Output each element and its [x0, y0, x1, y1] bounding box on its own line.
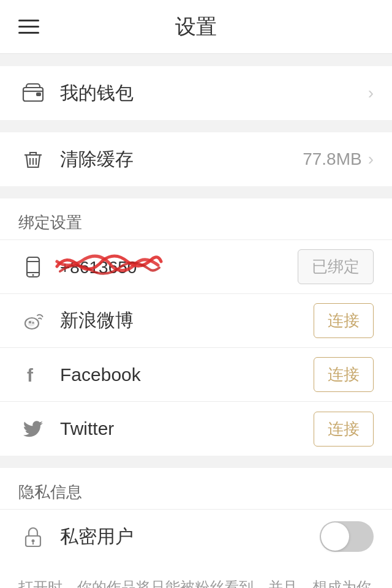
- cache-chevron: ›: [368, 149, 374, 169]
- hamburger-line-1: [18, 20, 39, 21]
- trash-icon: [18, 148, 48, 171]
- svg-point-15: [32, 540, 35, 543]
- twitter-connect-button[interactable]: 连接: [314, 412, 374, 447]
- phone-number: +8613650: [60, 257, 298, 277]
- svg-point-10: [28, 320, 35, 326]
- phone-bound-button: 已绑定: [298, 249, 374, 284]
- privacy-description: 打开时，你的作品将只能被粉丝看到。并且，想成为你的粉丝将需要你的允许。: [0, 564, 392, 588]
- svg-point-12: [32, 322, 34, 323]
- weibo-icon: [18, 309, 48, 333]
- section-divider-2: [0, 120, 392, 132]
- menu-button[interactable]: [18, 20, 39, 34]
- section-divider-4: [0, 456, 392, 468]
- page-title: 设置: [175, 13, 217, 41]
- privacy-section-label: 隐私信息: [0, 468, 392, 510]
- privacy-section: 隐私信息 私密用户: [0, 468, 392, 564]
- section-divider-1: [0, 54, 392, 66]
- facebook-connect-button[interactable]: 连接: [314, 357, 374, 392]
- phone-num-text: +8613650: [60, 258, 137, 277]
- clear-cache-section: 清除缓存 77.8MB ›: [0, 132, 392, 186]
- hamburger-line-3: [18, 32, 39, 34]
- bind-section-label: 绑定设置: [0, 198, 392, 240]
- svg-rect-1: [36, 92, 41, 96]
- twitter-icon: [18, 417, 48, 440]
- private-user-row: 私密用户: [0, 510, 392, 564]
- toggle-thumb: [321, 522, 349, 551]
- hamburger-line-2: [18, 26, 39, 28]
- phone-icon: [18, 255, 48, 279]
- wallet-section: 我的钱包 ›: [0, 66, 392, 120]
- svg-point-11: [29, 321, 31, 323]
- svg-text:f: f: [27, 365, 34, 385]
- section-divider-3: [0, 186, 392, 198]
- weibo-row: 新浪微博 连接: [0, 294, 392, 348]
- bind-settings-section: 绑定设置 +8613650 已绑定: [0, 198, 392, 456]
- facebook-label: Facebook: [60, 364, 314, 385]
- cache-size: 77.8MB: [303, 149, 362, 169]
- wallet-icon: [18, 81, 48, 105]
- wallet-row[interactable]: 我的钱包 ›: [0, 66, 392, 120]
- weibo-connect-button[interactable]: 连接: [314, 303, 374, 338]
- twitter-row: Twitter 连接: [0, 402, 392, 456]
- phone-row: +8613650 已绑定: [0, 240, 392, 294]
- twitter-label: Twitter: [60, 418, 314, 439]
- lock-icon: [18, 525, 48, 548]
- private-user-label: 私密用户: [60, 524, 320, 549]
- svg-point-8: [32, 274, 34, 276]
- clear-cache-label: 清除缓存: [60, 147, 303, 172]
- weibo-label: 新浪微博: [60, 308, 314, 333]
- facebook-icon: f: [18, 363, 48, 386]
- facebook-row: f Facebook 连接: [0, 348, 392, 402]
- private-user-toggle[interactable]: [320, 521, 374, 552]
- svg-rect-5: [27, 257, 39, 277]
- wallet-label: 我的钱包: [60, 81, 368, 106]
- phone-scribble: +8613650: [60, 257, 137, 277]
- wallet-chevron: ›: [368, 83, 374, 103]
- header: 设置: [0, 0, 392, 54]
- clear-cache-row[interactable]: 清除缓存 77.8MB ›: [0, 132, 392, 186]
